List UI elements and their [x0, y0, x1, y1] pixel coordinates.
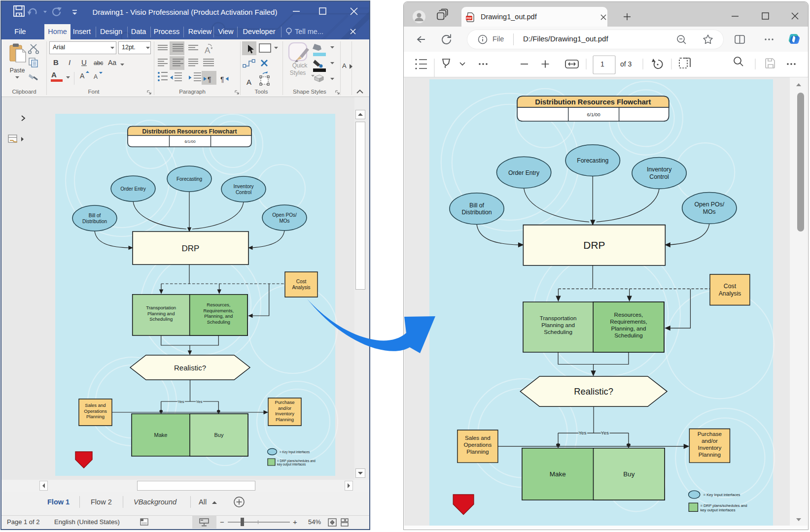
svg-text:Requirements,: Requirements, [610, 318, 647, 325]
svg-text:Order Entry: Order Entry [508, 169, 540, 176]
svg-text:Buy: Buy [214, 432, 224, 438]
svg-text:Distribution Resources Flowcha: Distribution Resources Flowchart [535, 98, 651, 106]
svg-text:Planning, and: Planning, and [204, 313, 233, 319]
svg-text:Sales and: Sales and [85, 402, 106, 408]
svg-text:A: A [247, 78, 251, 86]
svg-text:Yes: Yes [177, 399, 184, 404]
svg-text:Planning and: Planning and [147, 311, 175, 316]
svg-text:Operations: Operations [463, 441, 492, 448]
svg-text:Make: Make [550, 470, 566, 478]
svg-text:¶: ¶ [220, 75, 224, 83]
svg-text:Control: Control [649, 173, 669, 180]
svg-text:Realistic?: Realistic? [174, 364, 206, 372]
svg-text:Inventory: Inventory [647, 166, 672, 173]
svg-text:MOs: MOs [703, 208, 716, 215]
svg-text:Sales and: Sales and [465, 434, 491, 441]
svg-text:Yes: Yes [196, 399, 202, 404]
svg-text:Operations: Operations [84, 408, 107, 414]
svg-text:Planning: Planning [86, 414, 105, 419]
svg-text:Order Entry: Order Entry [120, 186, 146, 192]
svg-text:Inventory: Inventory [698, 444, 721, 451]
svg-text:Planning, and: Planning, and [611, 325, 646, 332]
svg-text:Scheduling: Scheduling [614, 332, 643, 338]
svg-text:Forecasting: Forecasting [176, 176, 202, 182]
svg-text:Open POs/: Open POs/ [695, 201, 725, 208]
svg-text:Analysis: Analysis [719, 290, 741, 297]
svg-text:Inventory: Inventory [233, 184, 253, 189]
svg-text:Resources,: Resources, [614, 311, 643, 318]
svg-text:Open POs/: Open POs/ [272, 212, 297, 218]
svg-text:6/1/00: 6/1/00 [184, 139, 196, 144]
svg-text:Distribution: Distribution [82, 219, 107, 224]
svg-text:Purchase: Purchase [698, 431, 722, 437]
svg-text:= Key Input interfaces: = Key Input interfaces [704, 493, 740, 497]
svg-text:Forecasting: Forecasting [577, 157, 608, 164]
svg-text:DRP: DRP [182, 244, 200, 253]
svg-text:Transportation: Transportation [146, 305, 176, 310]
svg-text:Planning: Planning [276, 417, 294, 422]
svg-text:DRP: DRP [583, 239, 605, 251]
svg-text:and/or: and/or [278, 405, 291, 411]
svg-text:Yes: Yes [578, 430, 586, 435]
svg-text:Requirements,: Requirements, [203, 308, 234, 313]
svg-text:Distribution: Distribution [461, 209, 492, 216]
svg-text:Planning: Planning [466, 448, 489, 455]
svg-text:Resources,: Resources, [207, 302, 230, 307]
svg-text:Make: Make [154, 432, 168, 438]
svg-text:Scheduling: Scheduling [149, 316, 173, 322]
svg-text:Scheduling: Scheduling [544, 329, 572, 335]
svg-text:Distribution Resources Flowcha: Distribution Resources Flowchart [142, 128, 237, 135]
svg-text:Analysis: Analysis [292, 285, 310, 290]
svg-text:Realistic?: Realistic? [574, 386, 613, 397]
svg-text:Bill of: Bill of [89, 213, 101, 218]
svg-text:Inventory: Inventory [275, 411, 294, 416]
svg-text:Scheduling: Scheduling [207, 319, 230, 325]
svg-text:Cost: Cost [724, 283, 737, 290]
svg-text:and/or: and/or [702, 437, 718, 444]
svg-text:MOs: MOs [279, 218, 289, 224]
svg-text:6/1/00: 6/1/00 [587, 112, 601, 117]
svg-text:Planning and: Planning and [541, 322, 575, 328]
svg-text:Transportation: Transportation [540, 315, 577, 321]
svg-text:Paste: Paste [10, 67, 25, 74]
svg-text:PDF: PDF [466, 17, 472, 20]
svg-text:key output interfaces: key output interfaces [277, 463, 306, 466]
svg-text:Yes: Yes [601, 430, 609, 435]
svg-text:Planning: Planning [699, 451, 721, 458]
svg-text:A: A [205, 46, 211, 55]
svg-text:Buy: Buy [623, 470, 634, 478]
svg-text:Control: Control [236, 190, 251, 195]
svg-text:= DRP plans/schedules and: = DRP plans/schedules and [700, 503, 747, 508]
svg-text:Bill of: Bill of [469, 202, 485, 209]
svg-text:Purchase: Purchase [275, 399, 294, 405]
svg-text:= Key Input interfaces: = Key Input interfaces [280, 450, 310, 454]
svg-text:key output interfaces: key output interfaces [700, 508, 735, 512]
svg-text:Cost: Cost [296, 279, 307, 284]
svg-text:¶: ¶ [208, 75, 211, 83]
